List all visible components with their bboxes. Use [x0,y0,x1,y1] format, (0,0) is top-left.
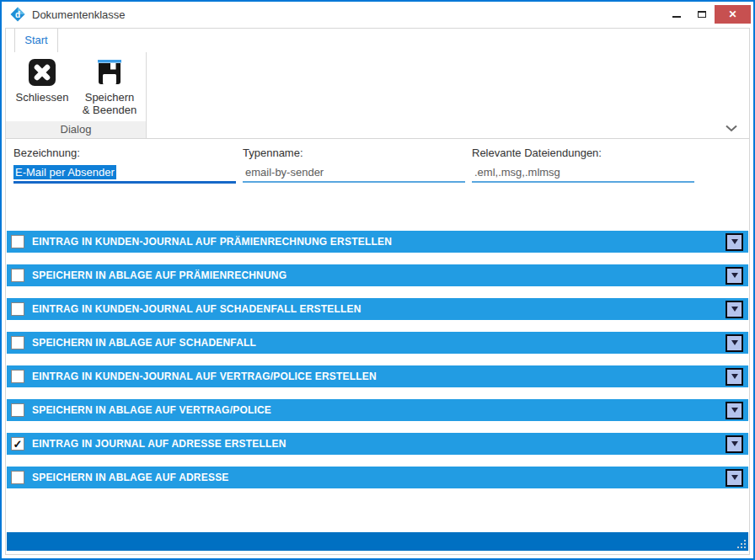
section-dropdown-button[interactable] [726,435,743,453]
minimize-button[interactable] [664,5,689,24]
section-label: EINTRAG IN KUNDEN-JOURNAL AUF VERTRAG/PO… [32,371,377,382]
chevron-down-icon [731,273,738,278]
ribbon-group-label: Dialog [6,121,146,138]
section-label: EINTRAG IN KUNDEN-JOURNAL AUF PRÄMIENREC… [32,236,392,248]
save-icon [95,58,124,87]
dateiendungen-input[interactable]: .eml,.msg,.mlmsg [472,163,694,183]
checkbox[interactable] [11,403,24,417]
status-bar [7,532,748,551]
section-label: EINTRAG IN KUNDEN-JOURNAL AUF SCHADENFAL… [32,303,361,315]
resize-grip[interactable] [736,539,747,549]
section-bar-ablage-praemienrechnung[interactable]: SPEICHERN IN ABLAGE AUF PRÄMIENRECHNUNG [7,264,748,286]
section-bar-ablage-vertrag[interactable]: SPEICHERN IN ABLAGE AUF VERTRAG/POLICE [7,399,748,421]
speichern-beenden-button[interactable]: Speichern & Beenden [76,58,143,117]
speichern-beenden-label: Speichern & Beenden [82,91,137,117]
checkbox[interactable] [11,471,24,484]
section-bar-journal-vertrag[interactable]: EINTRAG IN KUNDEN-JOURNAL AUF VERTRAG/PO… [7,365,748,387]
field-dateiendungen: Relevante Dateiendungen: .eml,.msg,.mlms… [472,147,694,190]
section-dropdown-button[interactable] [726,334,743,352]
checkbox[interactable] [11,235,24,248]
bezeichnung-value: E-Mail per Absender [13,165,116,179]
section-label: SPEICHERN IN ABLAGE AUF ADRESSE [32,472,229,483]
section-bar-ablage-schadenfall[interactable]: SPEICHERN IN ABLAGE AUF SCHADENFALL [7,332,748,354]
section-bar-journal-adresse[interactable]: EINTRAG IN JOURNAL AUF ADRESSE ERSTELLEN [7,433,748,455]
checkbox[interactable] [11,269,24,282]
ribbon-buttons: Schliessen Speichern & Beenden [6,52,146,117]
section-bar-journal-schadenfall[interactable]: EINTRAG IN KUNDEN-JOURNAL AUF SCHADENFAL… [7,298,748,320]
bezeichnung-input[interactable]: E-Mail per Absender [13,163,236,184]
typenname-value: email-by-sender [245,166,324,179]
schliessen-button[interactable]: Schliessen [8,58,76,117]
form-fields: Bezeichnung: E-Mail per Absender Typenna… [6,139,749,190]
field-typenname: Typenname: email-by-sender [243,147,465,190]
minimize-icon [672,16,681,18]
section-label: SPEICHERN IN ABLAGE AUF VERTRAG/POLICE [32,404,271,416]
title-bar: d Dokumentenklasse ✕ [2,2,753,27]
chevron-down-icon [731,374,738,379]
bezeichnung-label: Bezeichnung: [13,147,236,159]
chevron-down-icon [731,441,738,446]
client-frame: Start Schliessen [5,28,750,555]
section-bar-journal-praemienrechnung[interactable]: EINTRAG IN KUNDEN-JOURNAL AUF PRÄMIENREC… [7,231,748,253]
section-bar-ablage-adresse[interactable]: SPEICHERN IN ABLAGE AUF ADRESSE [7,467,748,488]
tab-start[interactable]: Start [14,29,58,52]
section-dropdown-button[interactable] [726,469,743,487]
close-x-icon [28,58,56,87]
app-icon: d [10,7,25,22]
checkbox[interactable] [11,437,24,451]
close-icon: ✕ [728,8,736,20]
dateiendungen-label: Relevante Dateiendungen: [472,147,694,159]
window-controls: ✕ [664,2,753,27]
tab-strip: Start [6,29,749,52]
chevron-down-icon [731,408,738,413]
schliessen-label: Schliessen [16,91,69,104]
chevron-down-icon [731,340,738,345]
section-dropdown-button[interactable] [726,233,743,251]
typenname-label: Typenname: [243,147,465,159]
content-spacer [6,500,749,532]
section-dropdown-button[interactable] [726,301,743,318]
maximize-button[interactable] [689,5,715,24]
svg-text:d: d [15,10,20,19]
section-dropdown-button[interactable] [726,267,743,285]
dateiendungen-value: .eml,.msg,.mlmsg [474,166,560,179]
ribbon-group-dialog: Schliessen Speichern & Beenden Dialog [6,52,147,138]
chevron-down-icon [731,307,738,312]
checkbox[interactable] [11,370,24,383]
maximize-icon [698,11,706,18]
section-label: SPEICHERN IN ABLAGE AUF PRÄMIENRECHNUNG [32,269,286,281]
checkbox[interactable] [11,336,24,349]
chevron-down-icon [731,239,738,244]
typenname-input[interactable]: email-by-sender [243,163,465,183]
close-button[interactable]: ✕ [715,5,751,24]
ribbon: Schliessen Speichern & Beenden Dialog [6,52,749,139]
section-dropdown-button[interactable] [726,368,743,386]
ribbon-collapse-button[interactable] [725,125,738,132]
section-list: EINTRAG IN KUNDEN-JOURNAL AUF PRÄMIENREC… [6,231,749,500]
section-dropdown-button[interactable] [726,402,743,419]
field-bezeichnung: Bezeichnung: E-Mail per Absender [13,147,236,190]
checkbox[interactable] [11,302,24,316]
section-label: EINTRAG IN JOURNAL AUF ADRESSE ERSTELLEN [32,438,286,450]
dokumentenklasse-window: d Dokumentenklasse ✕ Start [0,0,755,560]
chevron-down-icon [731,475,738,480]
window-title: Dokumentenklasse [32,8,664,21]
section-label: SPEICHERN IN ABLAGE AUF SCHADENFALL [32,337,256,349]
